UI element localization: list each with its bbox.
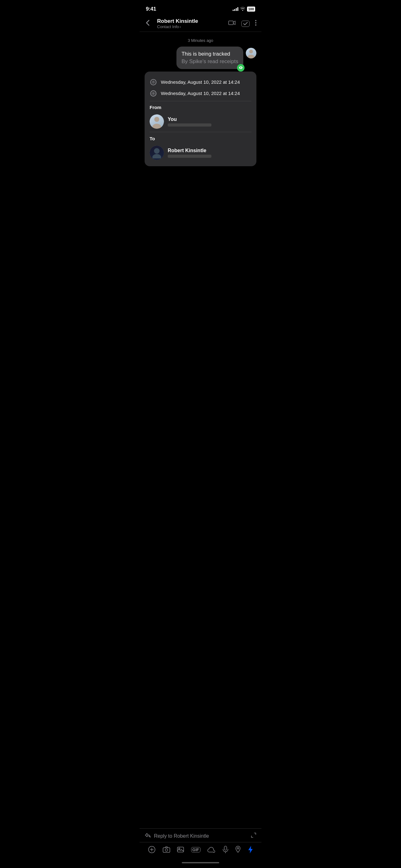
to-contact-info: Robert Kinsintle (168, 148, 211, 158)
svg-point-9 (153, 154, 161, 158)
eye-icon (150, 90, 157, 97)
sent-datetime: Wednesday, August 10, 2022 at 14:24 (161, 80, 240, 85)
divider-to (149, 132, 252, 132)
read-datetime: Wednesday, August 10, 2022 at 14:24 (161, 91, 240, 96)
sender-avatar-img (246, 48, 257, 58)
from-label: From (149, 105, 252, 110)
sender-avatar (246, 48, 257, 58)
battery-icon: 100 (247, 6, 255, 11)
to-email-redacted (168, 155, 211, 158)
contact-info-link[interactable]: Contact Info › (157, 24, 225, 29)
checkmark-button[interactable] (241, 21, 249, 27)
message-line1: This is being tracked (181, 50, 238, 58)
to-name: Robert Kinsintle (168, 148, 211, 153)
video-call-button[interactable] (228, 20, 236, 27)
from-avatar-img (149, 114, 164, 129)
nav-actions (228, 20, 257, 27)
status-bar: 9:41 100 (140, 0, 261, 16)
message-bubble[interactable]: This is being tracked By Spike's read re… (176, 46, 243, 69)
more-options-button[interactable] (255, 20, 257, 27)
from-contact-info: You (168, 117, 211, 127)
message-timestamp: 3 Minutes ago (144, 38, 257, 43)
status-time: 9:41 (146, 6, 156, 12)
contact-name: Robert Kinsintle (157, 18, 225, 24)
svg-rect-0 (229, 21, 233, 25)
to-avatar-img (149, 146, 164, 160)
svg-point-2 (255, 22, 257, 24)
read-receipt-badge (237, 64, 244, 71)
chevron-right-icon: › (179, 25, 181, 29)
svg-point-3 (255, 24, 257, 26)
chat-area: 3 Minutes ago This is being tracked By S… (140, 32, 261, 174)
to-contact-row: Robert Kinsintle (149, 144, 252, 161)
sent-row: Wednesday, August 10, 2022 at 14:24 (149, 76, 252, 88)
read-row: Wednesday, August 10, 2022 at 14:24 (149, 88, 252, 99)
sent-icon (149, 79, 157, 86)
svg-point-5 (240, 67, 241, 68)
signal-bars-icon (233, 7, 238, 11)
upload-arrow-icon (150, 79, 157, 85)
wifi-icon (240, 6, 245, 11)
from-name: You (168, 117, 211, 122)
svg-point-8 (154, 148, 160, 154)
svg-point-1 (255, 20, 257, 21)
to-avatar (149, 146, 164, 160)
message-line2: By Spike's read receipts (181, 58, 238, 65)
to-label: To (149, 136, 252, 141)
from-avatar (149, 114, 164, 129)
read-icon (149, 90, 157, 97)
status-icons: 100 (233, 6, 255, 11)
from-contact-row: You (149, 113, 252, 130)
tracking-info-panel: Wednesday, August 10, 2022 at 14:24 Wedn… (144, 71, 257, 166)
from-email-redacted (168, 123, 211, 127)
message-row: This is being tracked By Spike's read re… (144, 46, 257, 69)
nav-header: Robert Kinsintle Contact Info › (140, 16, 261, 32)
back-button[interactable] (144, 19, 154, 29)
svg-point-7 (153, 93, 154, 94)
contact-header: Robert Kinsintle Contact Info › (157, 18, 225, 29)
